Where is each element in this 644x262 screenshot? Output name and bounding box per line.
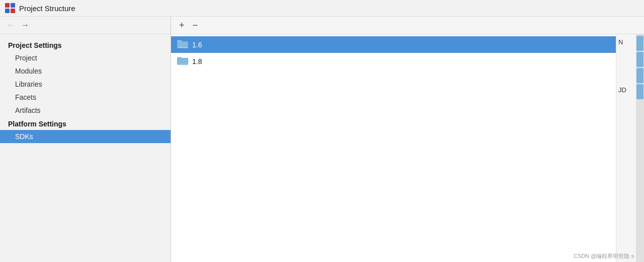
- nav-toolbar: ← →: [0, 17, 171, 34]
- svg-rect-0: [5, 3, 10, 8]
- project-settings-header: Project Settings: [0, 38, 171, 51]
- sidebar-item-project[interactable]: Project: [0, 51, 171, 64]
- detail-panel: N JD: [616, 34, 636, 262]
- scroll-block-2: [636, 52, 643, 67]
- sdk-item-1-6[interactable]: 1.6: [171, 36, 616, 53]
- sidebar-item-artifacts[interactable]: Artifacts: [0, 104, 171, 117]
- scroll-block-1: [636, 36, 643, 51]
- list-toolbar: + −: [171, 17, 644, 34]
- app-icon: [5, 3, 15, 13]
- sdk-item-1-8[interactable]: 1.8: [171, 53, 616, 70]
- project-structure-window: Project Structure ← → Project Settings P…: [0, 0, 644, 262]
- folder-icon-1-8: [177, 56, 188, 67]
- remove-sdk-button[interactable]: −: [190, 20, 201, 31]
- sidebar-item-sdks[interactable]: SDKs: [0, 130, 171, 143]
- sdk-label-1-6: 1.6: [192, 41, 202, 49]
- right-panel: + −: [171, 17, 644, 262]
- main-content: ← → Project Settings Project Modules Lib…: [0, 17, 644, 262]
- window-title: Project Structure: [19, 4, 75, 13]
- sidebar-item-facets[interactable]: Facets: [0, 91, 171, 104]
- svg-rect-1: [11, 3, 15, 8]
- watermark: CSDN @编程界明世隐 s: [574, 252, 634, 260]
- sidebar-item-libraries[interactable]: Libraries: [0, 78, 171, 91]
- svg-rect-2: [5, 9, 10, 13]
- add-sdk-button[interactable]: +: [176, 20, 188, 31]
- title-bar: Project Structure: [0, 0, 644, 17]
- svg-rect-11: [177, 58, 188, 64]
- folder-icon-1-6: [177, 39, 188, 50]
- scroll-block-3: [636, 68, 643, 83]
- sidebar-item-modules[interactable]: Modules: [0, 64, 171, 78]
- right-scrollbar[interactable]: [636, 34, 644, 262]
- sidebar-content: Project Settings Project Modules Librari…: [0, 34, 171, 262]
- nav-forward-button[interactable]: →: [19, 20, 31, 31]
- sdk-label-1-8: 1.8: [192, 57, 202, 66]
- svg-rect-7: [177, 41, 188, 47]
- detail-name-label: N: [618, 38, 634, 46]
- platform-settings-header: Platform Settings: [0, 117, 171, 130]
- svg-rect-3: [11, 9, 15, 13]
- detail-jdk-label: JD: [618, 86, 634, 94]
- sidebar: ← → Project Settings Project Modules Lib…: [0, 17, 171, 262]
- sdk-list: 1.6 1.8: [171, 34, 616, 262]
- nav-back-button[interactable]: ←: [5, 20, 17, 31]
- scroll-block-4: [636, 84, 643, 99]
